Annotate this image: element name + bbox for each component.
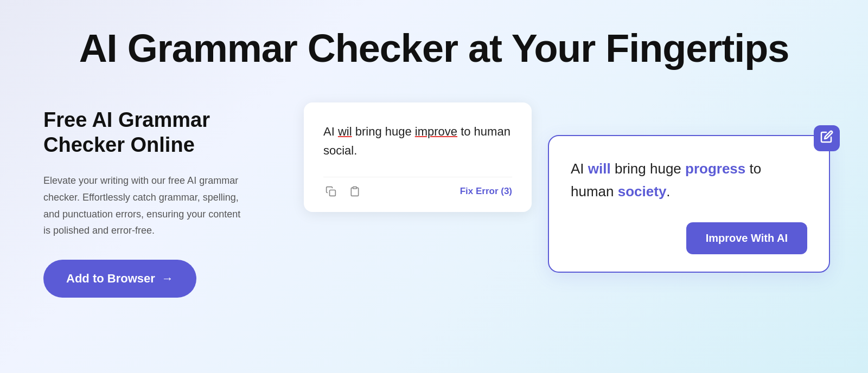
input-card: AI wil bring huge improve to human socia… — [304, 102, 532, 211]
section-description: Elevate your writing with our free AI gr… — [43, 172, 250, 239]
error-word-improve: improve — [415, 125, 457, 138]
paste-icon[interactable] — [347, 184, 362, 199]
fix-error-button[interactable]: Fix Error (3) — [460, 186, 512, 197]
section-heading: Free AI Grammar Checker Online — [43, 108, 271, 157]
svg-rect-0 — [330, 190, 336, 196]
add-to-browser-button[interactable]: Add to Browser → — [43, 260, 196, 298]
corrected-will: will — [588, 160, 611, 177]
copy-icon[interactable] — [323, 184, 339, 199]
corrected-society: society — [618, 183, 667, 200]
right-section: AI wil bring huge improve to human socia… — [304, 102, 830, 273]
arrow-icon: → — [162, 272, 174, 286]
content-area: Free AI Grammar Checker Online Elevate y… — [43, 102, 825, 298]
edit-badge — [814, 125, 840, 151]
left-section: Free AI Grammar Checker Online Elevate y… — [43, 102, 271, 298]
output-card: AI will bring huge progress to human soc… — [548, 135, 830, 273]
edit-icon — [820, 130, 833, 146]
improve-with-ai-button[interactable]: Improve With AI — [686, 222, 807, 254]
corrected-progress: progress — [685, 160, 745, 177]
main-title: AI Grammar Checker at Your Fingertips — [79, 27, 789, 70]
card-actions: Fix Error (3) — [323, 177, 512, 199]
error-word-wil: wil — [338, 125, 352, 138]
page-container: AI Grammar Checker at Your Fingertips Fr… — [0, 0, 868, 373]
input-text: AI wil bring huge improve to human socia… — [323, 122, 512, 160]
output-text: AI will bring huge progress to human soc… — [571, 158, 807, 203]
svg-rect-1 — [353, 186, 357, 188]
